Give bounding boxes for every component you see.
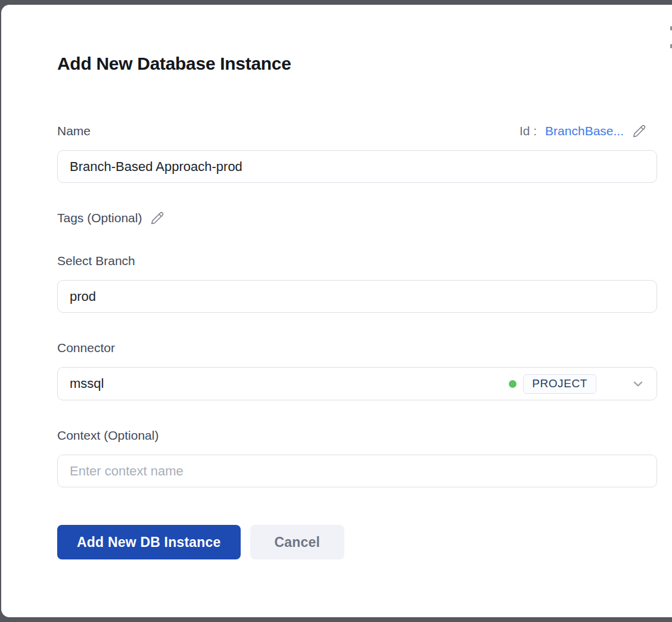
tags-row: Tags (Optional)	[57, 210, 646, 226]
screen: { "dialog": { "title": "Add New Database…	[0, 0, 672, 622]
name-label-row: Name Id : BranchBase...	[57, 123, 646, 139]
edit-id-pencil-icon[interactable]	[632, 124, 646, 138]
context-input[interactable]	[57, 455, 657, 487]
instance-id-link[interactable]: BranchBase...	[545, 124, 624, 138]
name-input[interactable]	[57, 150, 657, 183]
name-label: Name	[57, 123, 91, 139]
add-db-instance-dialog: Add New Database Instance Name Id : Bran…	[1, 5, 672, 617]
context-section: Context (Optional)	[57, 428, 646, 487]
id-prefix-label: Id :	[519, 124, 537, 138]
branch-input[interactable]	[57, 280, 657, 313]
connector-select[interactable]: mssql PROJECT	[57, 367, 657, 400]
connector-meta: PROJECT	[509, 374, 645, 394]
instance-id-group: Id : BranchBase...	[519, 124, 646, 138]
branch-section: Select Branch	[57, 253, 646, 313]
add-db-instance-button[interactable]: Add New DB Instance	[57, 525, 241, 559]
status-dot	[509, 380, 517, 388]
connector-label: Connector	[57, 341, 115, 354]
connector-section: Connector mssql PROJECT	[57, 340, 646, 400]
dialog-actions: Add New DB Instance Cancel	[57, 525, 646, 559]
branch-label: Select Branch	[57, 254, 135, 268]
context-label: Context (Optional)	[57, 428, 158, 442]
connector-value: mssql	[70, 376, 104, 391]
tags-label: Tags (Optional)	[57, 210, 142, 226]
chevron-down-icon[interactable]	[631, 377, 645, 391]
cancel-button[interactable]: Cancel	[250, 525, 345, 559]
dialog-title: Add New Database Instance	[57, 52, 646, 75]
project-badge: PROJECT	[523, 374, 596, 394]
edit-tags-pencil-icon[interactable]	[150, 211, 164, 225]
